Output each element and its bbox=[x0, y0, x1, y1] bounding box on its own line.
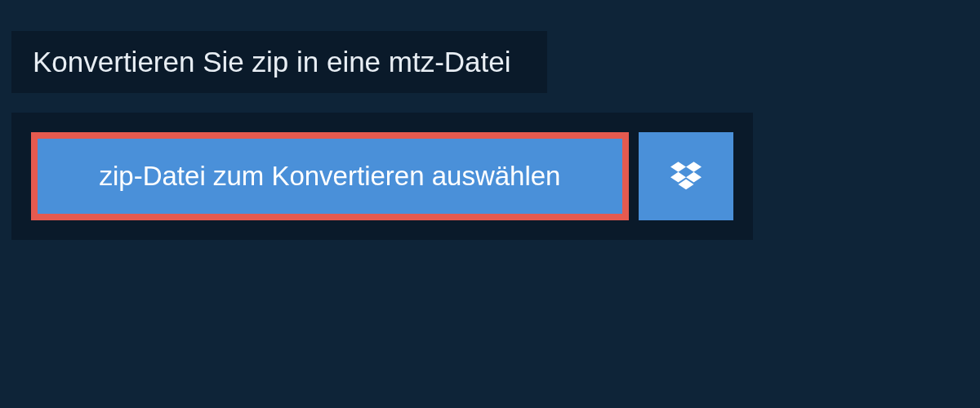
select-file-label: zip-Datei zum Konvertieren auswählen bbox=[100, 161, 561, 192]
dropbox-button[interactable] bbox=[639, 132, 733, 220]
upload-section: zip-Datei zum Konvertieren auswählen bbox=[11, 113, 753, 240]
select-file-button[interactable]: zip-Datei zum Konvertieren auswählen bbox=[31, 132, 629, 220]
header-bar: Konvertieren Sie zip in eine mtz-Datei bbox=[11, 31, 547, 93]
dropbox-icon bbox=[670, 159, 702, 193]
page-title: Konvertieren Sie zip in eine mtz-Datei bbox=[33, 46, 511, 78]
